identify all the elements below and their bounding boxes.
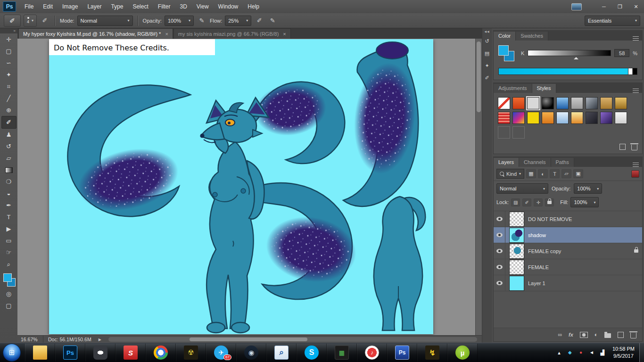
panel-menu-button[interactable]	[629, 36, 642, 41]
style-swatch[interactable]	[542, 97, 554, 109]
chrome-icon[interactable]	[146, 344, 176, 362]
pressure-size-icon[interactable]: ✎	[267, 16, 278, 26]
shape-tool[interactable]: ▭	[2, 235, 16, 247]
menu-item[interactable]: Window	[214, 3, 243, 10]
tray-app-icon-1[interactable]: ◆	[567, 350, 573, 355]
canvas[interactable]: Do Not Remove These Credits.	[49, 39, 433, 334]
layer-visibility-toggle[interactable]	[494, 275, 505, 291]
tab-swatches[interactable]: Swatches	[516, 32, 548, 41]
brush-tool[interactable]: ✐	[1, 116, 17, 129]
console-app-icon[interactable]: ▦	[327, 344, 357, 362]
style-swatch[interactable]	[571, 112, 583, 124]
search-app-icon[interactable]: ⌕	[266, 344, 297, 362]
layer-visibility-toggle[interactable]	[494, 243, 505, 259]
current-tool-icon[interactable]: ✐	[4, 15, 21, 27]
menu-item[interactable]: File	[20, 3, 38, 10]
tab-close-icon[interactable]: ×	[283, 31, 286, 37]
menu-item[interactable]: View	[192, 3, 214, 10]
foreground-color-swatch[interactable]	[498, 45, 509, 56]
tab-adjustments[interactable]: Adjustments	[494, 84, 532, 93]
style-swatch[interactable]	[512, 112, 525, 124]
hidden-icons-arrow[interactable]: ▴	[556, 350, 562, 355]
vertical-scrollbar-thumb[interactable]	[477, 41, 481, 112]
panel-menu-button[interactable]	[629, 163, 642, 167]
link-layers-icon[interactable]: ∞	[558, 332, 562, 337]
menu-item[interactable]: Layer	[83, 3, 106, 10]
blur-tool[interactable]: ❍	[2, 176, 16, 188]
move-tool[interactable]: ✛	[2, 33, 16, 45]
tab-color[interactable]: Color	[494, 32, 516, 41]
filter-pixel-layers-icon[interactable]: ▦	[526, 169, 536, 178]
photoshop-cs-icon[interactable]: Ps	[387, 344, 417, 362]
menu-item[interactable]: Image	[58, 3, 83, 10]
media-player-icon[interactable]: ♪	[357, 344, 387, 362]
info-panel-icon[interactable]: ✦	[483, 62, 491, 70]
tab-channels[interactable]: Channels	[519, 158, 551, 167]
panel-menu-button[interactable]	[629, 89, 642, 93]
k-slider-thumb[interactable]	[574, 55, 578, 59]
history-panel-icon[interactable]: ↺	[483, 37, 491, 45]
lock-pixels-icon[interactable]: ✐	[522, 198, 531, 206]
brush-preset-picker[interactable]: 4 ▾	[24, 15, 37, 27]
tab-styles[interactable]: Styles	[532, 84, 556, 93]
style-swatch[interactable]	[615, 97, 627, 109]
filter-type-layers-icon[interactable]: T	[550, 169, 560, 178]
tab-close-icon[interactable]: ×	[165, 31, 168, 37]
opacity-select[interactable]: 100% ▾	[165, 16, 194, 26]
layer-row[interactable]: FEMALE	[494, 259, 642, 275]
pressure-opacity-icon[interactable]: ✎	[197, 16, 207, 26]
style-swatch[interactable]	[498, 112, 510, 124]
style-swatch[interactable]	[556, 112, 569, 124]
pen-tool[interactable]: ✒	[2, 199, 16, 211]
layer-row[interactable]: FEMALE copy	[494, 243, 642, 259]
menu-item[interactable]: Filter	[153, 3, 175, 10]
style-swatch[interactable]	[615, 112, 627, 124]
menu-item[interactable]: Type	[106, 3, 128, 10]
layer-row[interactable]: Layer 1	[494, 275, 642, 291]
menu-item[interactable]: 3D	[175, 3, 191, 10]
path-selection-tool[interactable]: ▶	[2, 223, 16, 235]
style-swatch[interactable]	[527, 97, 539, 109]
k-slider[interactable]	[528, 50, 611, 56]
clone-stamp-tool[interactable]: ♟	[2, 129, 16, 140]
photoshop-icon[interactable]: Ps	[55, 344, 85, 362]
tray-app-icon-2[interactable]: ●	[578, 350, 584, 355]
steam-icon[interactable]: ◉	[236, 344, 266, 362]
style-swatch[interactable]	[556, 97, 569, 109]
delete-style-icon[interactable]	[631, 145, 637, 150]
volume-icon[interactable]: ◄	[588, 350, 595, 355]
taskbar-clock[interactable]: 10:58 PM 9/5/2017	[608, 346, 639, 360]
restore-button[interactable]: ❐	[612, 0, 628, 13]
properties-panel-icon[interactable]: ▤	[483, 49, 491, 58]
workspace-select[interactable]: Essentials ▾	[585, 16, 640, 26]
vertical-scrollbar[interactable]	[475, 39, 482, 335]
filter-shape-layers-icon[interactable]: ▱	[561, 169, 571, 178]
layer-thumbnail[interactable]	[509, 244, 524, 259]
skype-icon[interactable]: S	[297, 344, 327, 362]
style-swatch[interactable]	[586, 97, 598, 109]
horizontal-scrollbar-thumb[interactable]	[190, 337, 307, 341]
style-swatch[interactable]	[571, 97, 583, 109]
start-button[interactable]: ⊞	[3, 344, 21, 362]
menu-item[interactable]: Help	[243, 3, 264, 10]
filter-adjustment-layers-icon[interactable]: ◐	[538, 169, 548, 178]
network-icon[interactable]: ▟	[599, 350, 606, 355]
file-explorer-icon[interactable]	[25, 344, 55, 362]
add-layer-mask-icon[interactable]	[580, 332, 588, 338]
color-ramp[interactable]	[498, 68, 637, 75]
tab-layers[interactable]: Layers	[494, 158, 519, 167]
layer-thumbnail[interactable]	[509, 228, 524, 243]
layer-visibility-toggle[interactable]	[494, 259, 505, 275]
lock-transparency-icon[interactable]: ▨	[511, 198, 520, 206]
flow-select[interactable]: 25% ▾	[225, 16, 251, 26]
style-swatch[interactable]	[512, 97, 525, 109]
k-value-input[interactable]: 58	[614, 49, 629, 57]
style-swatch[interactable]	[600, 97, 612, 109]
history-brush-tool[interactable]: ↺	[2, 140, 16, 152]
telegram-icon[interactable]: ✈ 67	[206, 344, 236, 362]
style-swatch[interactable]	[600, 112, 612, 124]
layer-filter-kind-select[interactable]: Kind ▾	[496, 169, 524, 179]
discord-icon[interactable]	[85, 344, 116, 362]
layer-blend-mode-select[interactable]: Normal ▾	[496, 183, 548, 194]
new-layer-icon[interactable]	[618, 332, 624, 338]
